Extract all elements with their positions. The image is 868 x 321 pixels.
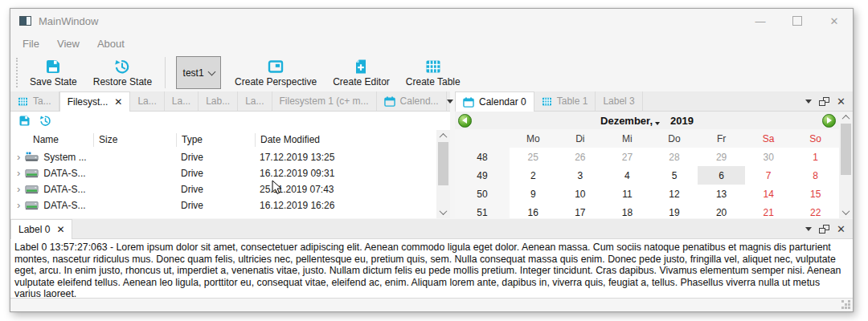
calendar-day[interactable]: 15 [792,185,839,203]
create-editor-button[interactable]: Create Editor [325,54,398,91]
table-row[interactable]: › DATA-S... Drive 16.12.2019 09:31 [10,165,436,181]
calendar-day[interactable]: 7 [745,166,792,185]
month-label[interactable]: Dezember, [600,115,653,127]
tab-label3[interactable]: Label 3 [596,91,642,111]
calendar-day[interactable]: 12 [651,185,698,203]
scroll-down-icon[interactable] [839,206,853,218]
filesystem-scrollbar[interactable] [436,130,450,218]
next-month-button[interactable] [822,114,836,128]
calendar-day-selected[interactable]: 6 [698,166,745,185]
calendar-day[interactable]: 29 [698,148,745,166]
tab-close-icon[interactable]: ✕ [114,96,122,108]
status-bar [10,298,853,311]
month-dropdown-icon[interactable] [655,122,660,125]
scrollbar-thumb[interactable] [438,142,448,185]
minimize-button[interactable]: — [742,9,779,33]
menu-file[interactable]: File [14,35,48,53]
calendar-day[interactable]: 13 [698,185,745,203]
tab-label-4[interactable]: La... [238,91,272,111]
calendar-day[interactable]: 27 [604,148,651,166]
close-button[interactable]: ✕ [816,9,853,33]
table-row[interactable]: › DATA-S... Drive 16.12.2019 16:26 [10,197,436,213]
calendar-day[interactable]: 20 [698,203,745,218]
float-panel-icon[interactable] [819,97,829,106]
perspective-combobox[interactable]: test1 [176,56,221,89]
tab-label: Lab... [206,95,230,107]
column-header-name[interactable]: Name [10,133,93,147]
tab-label-2[interactable]: La... [165,91,199,111]
table-row[interactable]: › DATA-S... Drive 25.11.2019 07:43 [10,181,436,197]
tab-table-1[interactable]: Table 1 [534,91,596,111]
calendar-day[interactable]: 14 [745,185,792,203]
table-icon [18,96,28,107]
week-number: 50 [455,185,510,203]
calendar-day[interactable]: 28 [651,148,698,166]
tab-calendar[interactable]: Calend... [377,91,447,111]
calendar-day[interactable]: 18 [604,203,651,218]
menu-view[interactable]: View [48,35,88,53]
float-panel-icon[interactable] [819,225,829,234]
tab-close-icon[interactable]: ✕ [56,224,64,235]
prev-month-button[interactable] [458,114,472,128]
expand-arrow-icon[interactable]: › [17,168,20,178]
toolbar-drag-handle[interactable] [16,58,18,87]
calendar-scrollbar[interactable] [839,112,853,218]
tab-table-0[interactable]: Ta... [10,91,59,111]
close-panel-icon[interactable]: ✕ [837,96,845,107]
calendar-day[interactable]: 30 [745,148,792,166]
calendar-day[interactable]: 5 [651,166,698,185]
app-icon [19,16,31,26]
scroll-up-icon[interactable] [839,112,853,124]
calendar-day[interactable]: 11 [604,185,651,203]
scroll-down-icon[interactable] [436,206,450,218]
calendar-day[interactable]: 4 [604,166,651,185]
calendar-day[interactable]: 8 [792,166,839,185]
scrollbar-thumb[interactable] [841,124,851,175]
tab-label-3[interactable]: Lab... [199,91,238,111]
tab-label-0[interactable]: Label 0 ✕ [10,219,72,239]
tab-label: Filesyst... [68,96,108,108]
log-text: Label 0 13:57:27:063 - Lorem ipsum dolor… [10,239,853,298]
right-tab-bar: Calendar 0 Table 1 Label 3 ✕ [455,91,853,112]
calendar-day[interactable]: 26 [557,148,604,166]
calendar-day[interactable]: 22 [792,203,839,218]
calendar-day[interactable]: 19 [651,203,698,218]
tab-menu-icon[interactable] [805,100,812,104]
calendar-day[interactable]: 17 [557,203,604,218]
tab-calendar-0[interactable]: Calendar 0 [455,91,534,112]
save-icon[interactable] [18,115,31,127]
close-panel-icon[interactable]: ✕ [837,224,845,234]
menu-about[interactable]: About [88,35,133,53]
tab-filesystem-active[interactable]: Filesyst... ✕ [59,91,131,112]
calendar-day[interactable]: 3 [557,166,604,185]
calendar-day[interactable]: 1 [792,148,839,166]
resize-grip[interactable] [841,300,850,309]
scroll-up-icon[interactable] [436,130,450,142]
calendar-day[interactable]: 16 [510,203,557,218]
column-header-date[interactable]: Date Modified [255,133,436,147]
restore-icon[interactable] [39,115,51,127]
window-title: MainWindow [39,15,98,27]
restore-state-button[interactable]: Restore State [85,54,160,91]
close-icon: ✕ [830,15,839,27]
calendar-day[interactable]: 9 [510,185,557,203]
calendar-day[interactable]: 25 [510,148,557,166]
column-header-type[interactable]: Type [176,133,255,147]
save-state-button[interactable]: Save State [22,54,85,91]
column-header-size[interactable]: Size [93,133,176,147]
expand-arrow-icon[interactable]: › [17,200,20,210]
tab-menu-icon[interactable] [805,227,812,231]
create-table-button[interactable]: Create Table [398,54,469,91]
table-row[interactable]: › System ... Drive 17.12.2019 13:25 [10,149,436,165]
year-label[interactable]: 2019 [670,115,694,127]
create-perspective-button[interactable]: Create Perspective [227,54,325,91]
expand-arrow-icon[interactable]: › [17,184,20,194]
calendar-day[interactable]: 2 [510,166,557,185]
tab-label-1[interactable]: La... [130,91,164,111]
tab-filesystem-1[interactable]: Filesystem 1 (c+ m... [272,91,377,111]
system-drive-icon [25,152,39,163]
maximize-button[interactable] [779,9,816,33]
expand-arrow-icon[interactable]: › [17,152,20,162]
calendar-day[interactable]: 10 [557,185,604,203]
calendar-day[interactable]: 21 [745,203,792,218]
